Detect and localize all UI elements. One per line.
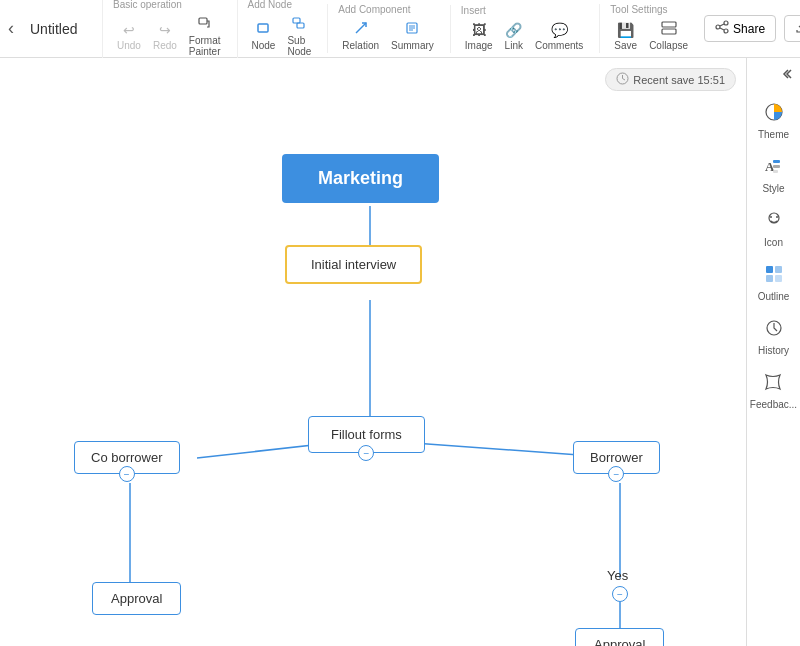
sub-node-icon (292, 16, 306, 33)
svg-point-12 (724, 29, 728, 33)
insert-label: Insert (461, 5, 486, 16)
comments-button[interactable]: 💬 Comments (531, 20, 587, 53)
share-icon (715, 20, 729, 37)
svg-rect-26 (773, 160, 780, 163)
svg-rect-9 (662, 29, 676, 34)
relation-icon (354, 21, 368, 38)
panel-icon[interactable]: Icon (764, 210, 784, 248)
comments-icon: 💬 (551, 22, 568, 38)
svg-point-11 (716, 25, 720, 29)
svg-rect-32 (766, 266, 773, 273)
svg-line-14 (720, 28, 724, 30)
add-component-section: Add Component Relation Summary (327, 4, 438, 53)
add-component-label: Add Component (338, 4, 410, 15)
node-initial-interview[interactable]: Initial interview (285, 245, 422, 284)
yes-label: Yes (607, 568, 628, 583)
node-marketing[interactable]: Marketing (282, 154, 439, 203)
collapse-button[interactable]: Collapse (645, 19, 692, 53)
svg-rect-34 (766, 275, 773, 282)
svg-rect-27 (773, 165, 780, 168)
co-borrower-collapse[interactable]: − (119, 466, 135, 482)
summary-icon (405, 21, 419, 38)
outline-icon (764, 264, 784, 289)
link-button[interactable]: 🔗 Link (501, 20, 527, 53)
panel-theme[interactable]: Theme (758, 102, 789, 140)
svg-rect-2 (293, 18, 300, 23)
right-panel: Theme A Style Icon Outline History (746, 58, 800, 646)
node-approval-right[interactable]: Approval (575, 628, 664, 646)
svg-point-30 (770, 216, 772, 218)
tool-settings-section: Tool Settings 💾 Save Collapse (599, 4, 692, 53)
format-painter-button[interactable]: Format Painter (185, 14, 225, 59)
node-co-borrower[interactable]: Co borrower − (74, 441, 180, 474)
add-node-label: Add Node (248, 0, 292, 10)
mindmap-svg (0, 58, 740, 638)
sub-node-button[interactable]: Sub Node (283, 14, 315, 59)
save-button[interactable]: 💾 Save (610, 20, 641, 53)
share-button[interactable]: Share (704, 15, 776, 42)
svg-rect-35 (775, 275, 782, 282)
node-approval-left[interactable]: Approval (92, 582, 181, 615)
svg-point-31 (776, 216, 778, 218)
image-button[interactable]: 🖼 Image (461, 20, 497, 53)
svg-point-10 (724, 21, 728, 25)
basic-operation-section: Basic operation ↩ Undo ↪ Redo Format Pai… (102, 0, 225, 59)
node-fillout-forms[interactable]: Fillout forms − (308, 416, 425, 453)
summary-button[interactable]: Summary (387, 19, 438, 53)
toolbar-right: Share Export (704, 15, 800, 42)
svg-rect-3 (297, 23, 304, 28)
insert-section: Insert 🖼 Image 🔗 Link 💬 Comments (450, 5, 588, 53)
redo-icon: ↪ (159, 22, 171, 38)
undo-icon: ↩ (123, 22, 135, 38)
borrower-collapse[interactable]: − (608, 466, 624, 482)
yes-collapse[interactable]: − (612, 586, 628, 602)
image-icon: 🖼 (472, 22, 486, 38)
tool-settings-label: Tool Settings (610, 4, 667, 15)
back-button[interactable]: ‹ (8, 18, 14, 39)
save-icon: 💾 (617, 22, 634, 38)
fillout-forms-collapse[interactable]: − (358, 445, 374, 461)
redo-button[interactable]: ↪ Redo (149, 20, 181, 53)
export-icon (795, 20, 800, 37)
add-node-section: Add Node Node Sub Node (237, 0, 316, 59)
toolbar: ‹ Untitled Basic operation ↩ Undo ↪ Redo… (0, 0, 800, 58)
basic-operation-label: Basic operation (113, 0, 182, 10)
node-borrower[interactable]: Borrower − (573, 441, 660, 474)
svg-rect-8 (662, 22, 676, 27)
save-badge-icon (616, 72, 629, 87)
relation-button[interactable]: Relation (338, 19, 383, 53)
undo-button[interactable]: ↩ Undo (113, 20, 145, 53)
panel-outline[interactable]: Outline (758, 264, 790, 302)
document-title[interactable]: Untitled (30, 21, 90, 37)
panel-style[interactable]: A Style (762, 156, 784, 194)
feedback-icon (763, 372, 783, 397)
link-icon: 🔗 (505, 22, 522, 38)
icon-panel-icon (764, 210, 784, 235)
save-badge-text: Recent save 15:51 (633, 74, 725, 86)
save-badge: Recent save 15:51 (605, 68, 736, 91)
panel-history[interactable]: History (758, 318, 789, 356)
svg-line-13 (720, 24, 724, 26)
svg-rect-33 (775, 266, 782, 273)
export-button[interactable]: Export (784, 15, 800, 42)
canvas[interactable]: Recent save 15:51 Marketing Initial inte… (0, 58, 746, 646)
panel-collapse-button[interactable] (747, 66, 800, 82)
panel-feedback[interactable]: Feedbac... (750, 372, 797, 410)
svg-rect-28 (773, 170, 778, 173)
node-button[interactable]: Node (248, 19, 280, 53)
svg-rect-1 (258, 24, 268, 32)
style-icon: A (763, 156, 783, 181)
history-icon (764, 318, 784, 343)
collapse-icon (661, 21, 677, 38)
node-icon (256, 21, 270, 38)
theme-icon (764, 102, 784, 127)
main-area: Recent save 15:51 Marketing Initial inte… (0, 58, 800, 646)
format-painter-icon (198, 16, 212, 33)
svg-point-29 (769, 213, 779, 223)
svg-rect-0 (199, 18, 207, 24)
